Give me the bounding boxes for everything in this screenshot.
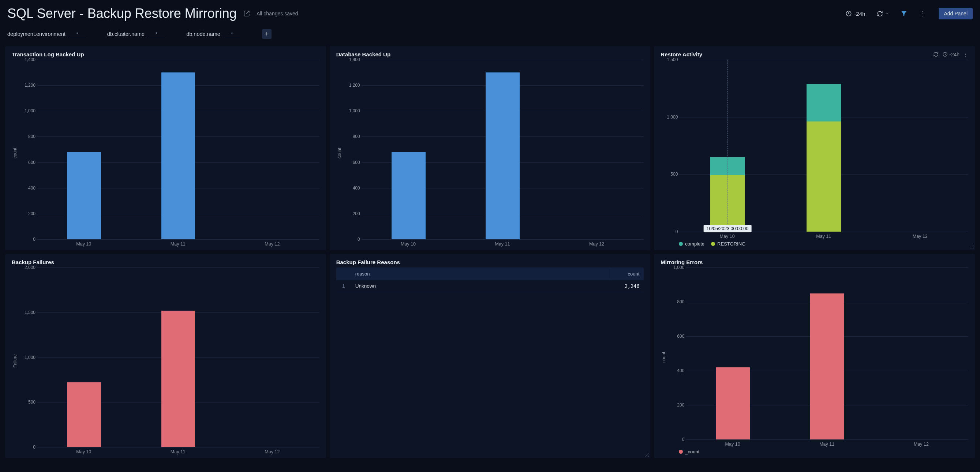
legend-item-complete[interactable]: complete — [679, 241, 705, 246]
share-icon[interactable] — [243, 10, 250, 17]
panel-backup-failure-reasons: Backup Failure Reasons reason count 1 Un… — [330, 254, 651, 458]
y-tick-label: 200 — [343, 211, 360, 216]
filter-value[interactable]: * — [69, 30, 85, 38]
bar-slot[interactable] — [776, 60, 872, 232]
y-tick-label: 1,200 — [19, 83, 35, 88]
y-tick-label: 1,400 — [343, 57, 360, 62]
bar-chart: 02004006008001,0001,2001,400 May 10May 1… — [343, 60, 644, 246]
bar — [904, 267, 938, 439]
bar-slot[interactable] — [456, 60, 550, 239]
panel-backup-failures: Backup Failures Failure 05001,0001,5002,… — [5, 254, 326, 458]
x-tick-label: May 11 — [131, 449, 226, 455]
y-axis-label: count — [12, 60, 18, 246]
y-tick-label: 800 — [19, 134, 35, 139]
y-tick-label: 0 — [343, 237, 360, 242]
chart-legend: _count — [660, 447, 968, 455]
bar-segment — [716, 367, 750, 439]
filter-db-node-name[interactable]: db.node.name * — [186, 30, 240, 38]
bar-segment — [67, 152, 101, 239]
y-tick-label: 1,500 — [661, 57, 678, 62]
overflow-menu-icon[interactable]: ⋮ — [919, 10, 926, 17]
resize-handle-icon[interactable] — [644, 452, 649, 458]
bar — [255, 60, 290, 239]
bar-segment — [391, 152, 426, 239]
page-header: SQL Server - Backup Restore Mirroring Al… — [0, 0, 980, 24]
panel-title: Transaction Log Backed Up — [12, 51, 84, 57]
bar-slot[interactable] — [780, 267, 874, 439]
y-tick-label: 400 — [19, 186, 35, 191]
bar-slot[interactable] — [225, 60, 319, 239]
y-tick-label: 500 — [19, 400, 35, 405]
refresh-icon[interactable] — [933, 52, 939, 57]
hover-tooltip: 10/05/2023 00:00:00 — [704, 225, 752, 232]
legend-item-restoring[interactable]: RESTORING — [711, 241, 745, 246]
dashboard-grid: Transaction Log Backed Up count 02004006… — [0, 46, 980, 463]
time-range-picker[interactable]: -24h — [845, 10, 865, 17]
table-row[interactable]: 1 Unknown 2,246 — [336, 280, 644, 292]
y-tick-label: 200 — [668, 402, 684, 408]
bar-slot[interactable] — [686, 267, 780, 439]
clock-icon[interactable]: -24h — [942, 52, 959, 57]
filter-deployment-environment[interactable]: deployment.environment * — [7, 30, 85, 38]
x-tick-label: May 10 — [679, 234, 775, 239]
filter-icon[interactable] — [900, 10, 907, 17]
add-filter-button[interactable]: + — [262, 29, 272, 39]
overflow-menu-icon[interactable]: ⋮ — [963, 52, 968, 57]
y-tick-label: 200 — [19, 211, 35, 216]
add-panel-button[interactable]: Add Panel — [939, 8, 973, 19]
x-tick-label: May 10 — [361, 242, 456, 246]
bar — [807, 60, 841, 232]
x-tick-label: May 11 — [775, 234, 872, 239]
bar-slot[interactable] — [131, 267, 225, 447]
y-tick-label: 1,000 — [661, 114, 678, 120]
filter-value[interactable]: * — [224, 30, 240, 38]
filter-db-cluster-name[interactable]: db.cluster.name * — [107, 30, 164, 38]
legend-item-count[interactable]: _count — [679, 449, 699, 455]
refresh-icon — [877, 11, 883, 17]
y-axis-label: count — [660, 267, 667, 447]
bar-slot[interactable] — [872, 60, 968, 232]
bar-slot[interactable] — [37, 267, 131, 447]
bar-slot[interactable] — [131, 60, 225, 239]
y-tick-label: 400 — [343, 186, 360, 191]
x-tick-label: May 12 — [225, 242, 320, 246]
time-range-value: -24h — [854, 11, 865, 17]
panel-restore-activity: Restore Activity -24h ⋮ 05001,0001,50010… — [654, 46, 975, 250]
y-tick-label: 0 — [19, 445, 35, 450]
y-axis-label: Failure — [12, 267, 18, 455]
bar-chart: 02004006008001,000 May 10May 11May 12 — [667, 267, 968, 447]
x-tick-label: May 12 — [872, 234, 968, 239]
y-tick-label: 1,400 — [19, 57, 35, 62]
bar-slot[interactable] — [361, 60, 456, 239]
y-tick-label: 0 — [661, 229, 678, 234]
panel-title: Backup Failure Reasons — [336, 259, 400, 265]
bar-slot[interactable] — [225, 267, 319, 447]
y-tick-label: 400 — [668, 368, 684, 373]
chevron-down-icon — [885, 11, 889, 16]
filter-label: db.cluster.name — [107, 31, 145, 37]
bar-slot[interactable] — [550, 60, 644, 239]
y-tick-label: 600 — [668, 334, 684, 339]
column-header-count[interactable]: count — [611, 267, 644, 280]
column-header-reason[interactable]: reason — [351, 267, 611, 280]
panel-mirroring-errors: Mirroring Errors count 02004006008001,00… — [654, 254, 975, 458]
refresh-control[interactable] — [877, 11, 889, 17]
resize-handle-icon[interactable] — [969, 245, 974, 250]
bar-segment — [485, 72, 520, 239]
y-tick-label: 2,000 — [19, 265, 35, 270]
y-tick-label: 0 — [668, 437, 684, 442]
panel-actions: -24h ⋮ — [933, 52, 968, 57]
bar — [67, 267, 101, 447]
bar-segment — [807, 84, 841, 121]
bar-slot[interactable] — [874, 267, 968, 439]
filter-value[interactable]: * — [148, 30, 164, 38]
bar — [810, 267, 844, 439]
panel-title: Backup Failures — [12, 259, 54, 265]
panel-database-backed-up: Database Backed Up count 02004006008001,… — [330, 46, 651, 250]
y-axis-label: count — [336, 60, 343, 246]
bar-slot[interactable] — [37, 60, 131, 239]
page-title: SQL Server - Backup Restore Mirroring — [7, 6, 237, 21]
y-tick-label: 600 — [19, 160, 35, 165]
bar — [67, 60, 101, 239]
panel-title: Database Backed Up — [336, 51, 390, 57]
